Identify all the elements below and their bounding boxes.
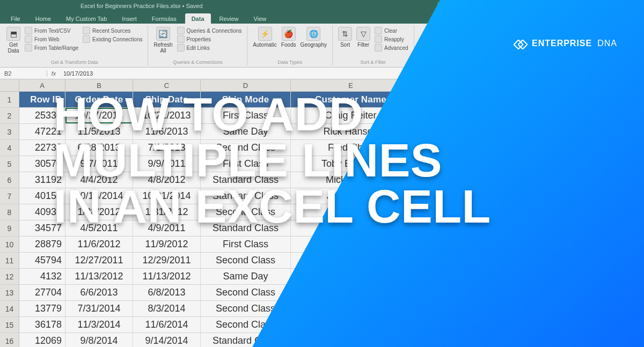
cell[interactable]: Consumer (411, 172, 561, 188)
cell[interactable]: 27704 (19, 285, 65, 300)
cell[interactable]: 12/29/2011 (133, 253, 201, 268)
cell[interactable]: 11/3/2014 (65, 317, 133, 333)
cell[interactable]: 11/13/2012 (65, 269, 133, 284)
sort-button[interactable]: ⇅Sort (338, 27, 352, 48)
cell[interactable]: 1/28/2012 (65, 204, 133, 220)
cell[interactable]: Corporate (411, 188, 561, 204)
cell[interactable]: 10/14/2014 (65, 188, 133, 204)
cell[interactable]: 47221 (19, 124, 65, 139)
cell[interactable]: Standard Class (201, 188, 291, 204)
cell[interactable]: 12069 (19, 333, 65, 347)
cell[interactable]: 40155 (19, 188, 65, 204)
cell[interactable]: First Class (201, 108, 291, 123)
cell[interactable]: 7/31/2014 (65, 301, 133, 316)
cell[interactable]: 13779 (19, 301, 65, 316)
cell[interactable]: 11/13/2012 (133, 269, 201, 284)
search-box[interactable]: 🔍 Search (Alt+Q) (437, 2, 499, 11)
cell[interactable]: 10/21/2013 (133, 108, 201, 123)
reapply-button[interactable]: Reapply (375, 35, 408, 43)
cell[interactable]: Ship Mode (201, 92, 291, 107)
row-header[interactable]: 6 (0, 172, 19, 188)
from-table-range-button[interactable]: From Table/Range (25, 44, 78, 51)
row-header[interactable]: 2 (0, 108, 19, 123)
select-all-corner[interactable] (0, 79, 19, 91)
fx-icon[interactable]: fx (47, 70, 60, 77)
cell[interactable]: Second Class (201, 253, 291, 268)
cell[interactable]: Same Day (201, 269, 291, 284)
cell[interactable]: 9/14/2014 (133, 333, 201, 347)
row-header[interactable]: 16 (0, 333, 19, 347)
cell[interactable]: 4/4/2012 (65, 172, 133, 188)
cell[interactable]: Mick Brown (291, 172, 411, 188)
cell[interactable]: Corporate (411, 220, 561, 236)
recent-sources-button[interactable]: Recent Sources (83, 27, 142, 34)
cell[interactable]: 6/28/2013 (65, 140, 133, 156)
cell[interactable]: Consumer (411, 124, 561, 139)
row-header[interactable]: 1 (0, 92, 19, 107)
cell[interactable]: 34577 (19, 220, 65, 236)
cell[interactable]: Second Class (201, 317, 291, 333)
row-header[interactable]: 5 (0, 156, 19, 172)
cell[interactable]: 4/9/2011 (133, 220, 201, 236)
cell[interactable]: First Class (201, 156, 291, 172)
tab-view[interactable]: View (247, 13, 273, 24)
row-header[interactable]: 7 (0, 188, 19, 204)
formula-input[interactable]: 10/17/2013 (60, 70, 96, 77)
cell[interactable]: 8/3/2014 (133, 301, 201, 316)
row-header[interactable]: 12 (0, 269, 19, 284)
cell[interactable]: Consumer (411, 140, 561, 156)
cell[interactable]: 25330 (19, 108, 65, 123)
column-header-b[interactable]: B (65, 79, 133, 91)
tab-file[interactable]: File (4, 13, 27, 24)
get-data-button[interactable]: ⬒ Get Data (6, 27, 20, 54)
geography-data-type-button[interactable]: 🌐Geography (301, 27, 327, 48)
column-header-c[interactable]: C (133, 79, 201, 91)
row-header[interactable]: 13 (0, 285, 19, 300)
cell[interactable]: 9/7/2011 (65, 156, 133, 172)
cell[interactable]: 31192 (19, 172, 65, 188)
cell[interactable]: Consumer (411, 204, 561, 220)
cell[interactable]: Jane Waco (291, 188, 411, 204)
row-header[interactable]: 9 (0, 220, 19, 236)
tab-data[interactable]: Data (185, 13, 211, 24)
cell[interactable]: 10/17/2013 (65, 108, 133, 123)
cell[interactable]: 4/8/2012 (133, 172, 201, 188)
cell[interactable]: 28879 (19, 237, 65, 252)
cell[interactable]: Standard Class (201, 333, 291, 347)
cell[interactable]: 9/8/2014 (65, 333, 133, 347)
cell[interactable]: 30570 (19, 156, 65, 172)
cell[interactable]: Standard Class (201, 220, 291, 236)
cell[interactable]: Corporate (411, 333, 561, 347)
cell[interactable]: Ship Date (133, 92, 201, 107)
queries-connections-button[interactable]: Queries & Connections (177, 27, 242, 34)
cell[interactable]: Home Office (411, 269, 561, 284)
cell[interactable]: Consumer (411, 253, 561, 268)
cell[interactable]: 12/27/2011 (65, 253, 133, 268)
tab-formulas[interactable]: Formulas (145, 13, 183, 24)
cell[interactable]: 6/8/2013 (133, 285, 201, 300)
text-to-columns-button[interactable]: ≣Text to Columns (420, 27, 444, 54)
cell[interactable]: Ben Peterman (291, 301, 411, 316)
cell[interactable]: 10/21/2014 (133, 188, 201, 204)
tab-my-custom-tab[interactable]: My Custom Tab (60, 13, 113, 24)
cell[interactable]: 7/1/2013 (133, 140, 201, 156)
cell[interactable]: Customer Name (291, 92, 411, 107)
automatic-data-type-button[interactable]: ⚡Automatic (253, 27, 276, 48)
column-header-e[interactable]: E (291, 79, 411, 91)
tab-home[interactable]: Home (29, 13, 57, 24)
tab-review[interactable]: Review (213, 13, 245, 24)
cell[interactable]: Consumer (411, 108, 561, 123)
cell[interactable]: Second Class (201, 301, 291, 316)
cell[interactable]: Order Date (65, 92, 133, 107)
column-header-a[interactable]: A (19, 79, 65, 91)
cell[interactable]: First Class (201, 237, 291, 252)
refresh-all-button[interactable]: 🔄 Refresh All (153, 27, 172, 54)
tab-insert[interactable]: Insert (115, 13, 143, 24)
cell[interactable]: Second Class (201, 140, 291, 156)
cell[interactable]: Greg Maxwell (291, 220, 411, 236)
cell[interactable]: 22732 (19, 140, 65, 156)
row-header[interactable]: 11 (0, 253, 19, 268)
properties-button[interactable]: Properties (177, 35, 242, 43)
name-box[interactable]: B2 (0, 70, 47, 77)
cell[interactable]: Anthony Jacobs (291, 237, 411, 252)
